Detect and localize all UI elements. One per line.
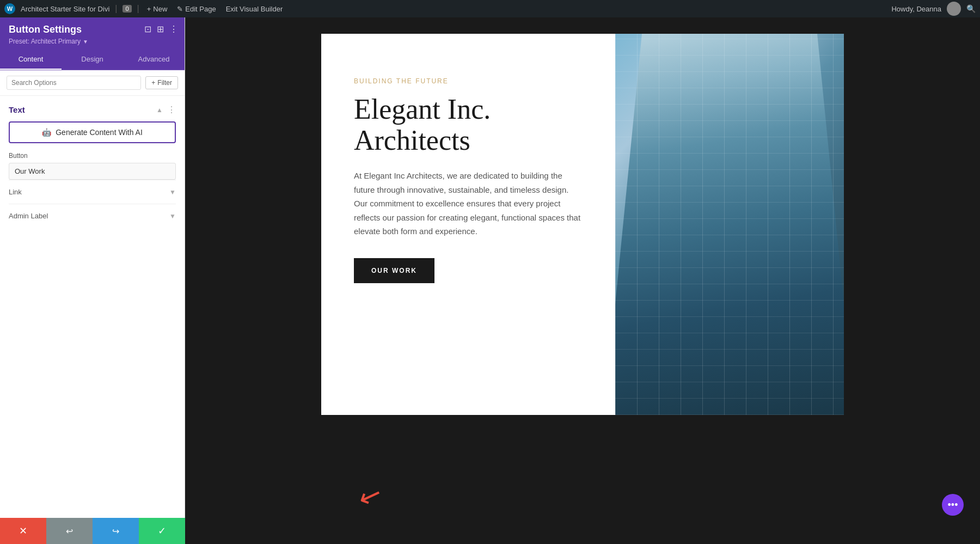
panel-tabs: Content Design Advanced [0, 50, 185, 70]
panel-header: ⊡ ⊞ ⋮ Button Settings Preset: Architect … [0, 17, 185, 50]
dots-menu-button[interactable]: ••• [942, 494, 964, 516]
text-section-title: Text [9, 105, 25, 114]
page-preview: BUILDING THE FUTURE Elegant Inc. Archite… [321, 34, 844, 415]
panel-preset[interactable]: Preset: Architect Primary ▼ [9, 38, 176, 45]
site-name[interactable]: Architect Starter Site for Divi [21, 5, 109, 13]
save-button[interactable]: ✓ [139, 518, 185, 544]
comment-count[interactable]: 0 [122, 5, 131, 13]
ai-icon: 🤖 [42, 128, 51, 137]
more-options-icon[interactable]: ⋮ [169, 24, 178, 34]
page-title: Elegant Inc. Architects [354, 94, 583, 156]
edit-page-button[interactable]: ✎ Edit Page [175, 4, 218, 14]
section-more-icon[interactable]: ⋮ [167, 105, 176, 115]
tab-advanced[interactable]: Advanced [123, 50, 185, 70]
tab-content[interactable]: Content [0, 50, 62, 70]
link-section: Link ▼ [9, 180, 176, 204]
page-hero-image [615, 34, 844, 415]
button-text-input[interactable] [9, 163, 176, 180]
admin-bar: W Architect Starter Site for Divi | 0 | … [0, 0, 980, 17]
edit-icon: ✎ [177, 5, 183, 13]
red-arrow-indicator: ↙ [354, 477, 387, 515]
bottom-bar: ✕ ↩ ↪ ✓ [0, 518, 185, 544]
page-eyebrow: BUILDING THE FUTURE [354, 77, 583, 85]
search-bar: + Filter [0, 70, 185, 96]
page-content-left: BUILDING THE FUTURE Elegant Inc. Archite… [321, 34, 615, 415]
collapse-icon[interactable]: ▲ [156, 106, 163, 114]
cancel-button[interactable]: ✕ [0, 518, 46, 544]
button-field-label: Button [9, 152, 176, 160]
button-field: Button [9, 152, 176, 180]
link-section-header[interactable]: Link ▼ [9, 188, 176, 196]
divider2: | [137, 4, 139, 14]
page-cta-button[interactable]: OUR WORK [354, 258, 434, 283]
preview-area: BUILDING THE FUTURE Elegant Inc. Archite… [185, 17, 980, 544]
text-section-header: Text ▲ ⋮ [9, 105, 176, 115]
link-chevron-icon: ▼ [169, 188, 176, 196]
divider: | [115, 4, 117, 14]
admin-label-title: Admin Label [9, 212, 48, 220]
layout-icon[interactable]: ⊞ [157, 24, 164, 34]
redo-icon: ↪ [112, 526, 119, 536]
section-controls: ▲ ⋮ [156, 105, 176, 115]
filter-button[interactable]: + Filter [145, 76, 178, 89]
plus-icon: + [147, 5, 151, 13]
left-panel: ⊡ ⊞ ⋮ Button Settings Preset: Architect … [0, 17, 185, 544]
page-body: At Elegant Inc Architects, we are dedica… [354, 169, 583, 239]
exit-builder-button[interactable]: Exit Visual Builder [224, 4, 285, 14]
redo-button[interactable]: ↪ [93, 518, 139, 544]
wp-logo-icon[interactable]: W [4, 3, 15, 14]
panel-content: Text ▲ ⋮ 🤖 Generate Content With AI Butt… [0, 96, 185, 516]
main-layout: ⊡ ⊞ ⋮ Button Settings Preset: Architect … [0, 17, 980, 544]
cancel-icon: ✕ [19, 525, 27, 537]
undo-icon: ↩ [66, 526, 73, 536]
new-button[interactable]: + New [145, 4, 170, 14]
admin-label-chevron-icon: ▼ [169, 212, 176, 220]
howdy-text: Howdy, Deanna [891, 5, 941, 13]
panel-header-icons: ⊡ ⊞ ⋮ [144, 24, 178, 34]
avatar[interactable] [947, 2, 961, 16]
tab-design[interactable]: Design [62, 50, 123, 70]
building-grid-overlay [615, 34, 844, 415]
link-section-title: Link [9, 188, 22, 196]
save-icon: ✓ [158, 525, 166, 537]
responsive-icon[interactable]: ⊡ [144, 24, 151, 34]
generate-ai-button[interactable]: 🤖 Generate Content With AI [9, 121, 176, 143]
admin-label-section: Admin Label ▼ [9, 204, 176, 228]
search-icon[interactable]: 🔍 [966, 4, 976, 13]
dots-icon: ••• [948, 499, 958, 511]
filter-icon: + [151, 79, 155, 87]
search-input[interactable] [7, 76, 141, 90]
admin-label-header[interactable]: Admin Label ▼ [9, 212, 176, 220]
building-image [615, 34, 844, 415]
preset-chevron-icon: ▼ [83, 39, 88, 45]
undo-button[interactable]: ↩ [46, 518, 93, 544]
